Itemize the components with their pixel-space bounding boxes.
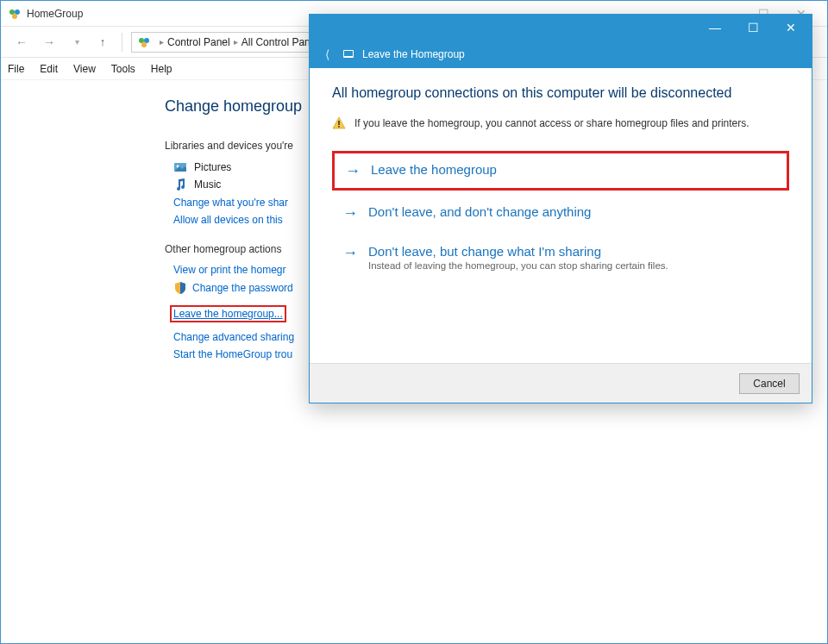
pictures-icon: [173, 160, 187, 174]
arrow-right-icon: →: [345, 162, 361, 179]
option-label: Don't leave, but change what I'm sharing: [368, 244, 668, 259]
separator: [122, 33, 122, 52]
homegroup-small-icon: [342, 47, 355, 61]
menu-help[interactable]: Help: [151, 63, 172, 75]
option-label: Don't leave, and don't change anything: [368, 204, 591, 219]
svg-rect-9: [344, 51, 353, 56]
menu-edit[interactable]: Edit: [40, 63, 58, 75]
menu-file[interactable]: File: [8, 63, 24, 75]
music-icon: [173, 178, 187, 191]
option-label: Leave the homegroup: [371, 162, 497, 177]
dialog-body: All homegroup connections on this comput…: [310, 68, 812, 363]
option-dont-leave[interactable]: → Don't leave, and don't change anything: [332, 196, 789, 230]
dialog-warning-text: If you leave the homegroup, you cannot a…: [354, 117, 750, 129]
dialog-close-button[interactable]: ✕: [772, 16, 810, 40]
library-label: Music: [194, 178, 221, 191]
svg-point-3: [139, 38, 144, 43]
dialog-title: Leave the Homegroup: [362, 48, 465, 60]
dialog-back-icon[interactable]: ⟨: [325, 47, 329, 61]
nav-recent-dropdown[interactable]: ▾: [65, 30, 89, 54]
arrow-right-icon: →: [342, 204, 358, 222]
link-label: Leave the homegroup...: [170, 305, 286, 322]
option-subtext: Instead of leaving the homegroup, you ca…: [368, 260, 668, 271]
breadcrumb[interactable]: ▸ Control Panel ▸ All Control Panel: [131, 32, 338, 53]
svg-point-2: [12, 14, 17, 19]
arrow-right-icon: →: [342, 244, 358, 261]
homegroup-icon: [8, 7, 22, 21]
nav-up-button[interactable]: ↑: [92, 32, 113, 53]
option-dont-leave-change[interactable]: → Don't leave, but change what I'm shari…: [332, 235, 789, 279]
link-leave-homegroup[interactable]: Leave the homegroup...: [170, 305, 286, 321]
breadcrumb-item[interactable]: Control Panel: [167, 36, 230, 48]
svg-rect-10: [338, 121, 340, 125]
cancel-button[interactable]: Cancel: [739, 373, 800, 394]
svg-point-1: [15, 9, 20, 15]
dialog-window-controls: — ☐ ✕: [696, 16, 810, 40]
chevron-right-icon: ▸: [234, 37, 238, 47]
window-title: HomeGroup: [27, 8, 83, 20]
nav-forward-button[interactable]: →: [37, 30, 61, 54]
leave-homegroup-dialog: — ☐ ✕ ⟨ Leave the Homegroup All homegrou…: [309, 14, 812, 403]
link-label: Change the password: [192, 282, 293, 294]
dialog-titlebar[interactable]: — ☐ ✕: [310, 15, 812, 41]
warning-icon: [332, 116, 346, 130]
menu-tools[interactable]: Tools: [111, 63, 135, 75]
chevron-right-icon: ▸: [160, 37, 164, 47]
dialog-maximize-button[interactable]: ☐: [734, 16, 772, 40]
dialog-footer: Cancel: [310, 363, 812, 403]
nav-back-button[interactable]: ←: [9, 30, 34, 54]
option-leave-homegroup[interactable]: → Leave the homegroup: [332, 151, 789, 191]
svg-point-0: [9, 9, 15, 15]
dialog-warning-row: If you leave the homegroup, you cannot a…: [332, 116, 789, 130]
svg-point-7: [177, 166, 179, 168]
svg-rect-11: [338, 126, 340, 128]
dialog-heading: All homegroup connections on this comput…: [332, 85, 789, 101]
breadcrumb-item[interactable]: All Control Panel: [242, 36, 318, 48]
svg-point-4: [144, 38, 149, 43]
dialog-header: ⟨ Leave the Homegroup: [310, 41, 812, 68]
menu-view[interactable]: View: [73, 63, 96, 75]
svg-point-5: [141, 42, 147, 47]
shield-icon: [173, 281, 187, 295]
dialog-minimize-button[interactable]: —: [696, 16, 734, 40]
homegroup-icon: [137, 35, 151, 49]
library-label: Pictures: [194, 161, 231, 173]
